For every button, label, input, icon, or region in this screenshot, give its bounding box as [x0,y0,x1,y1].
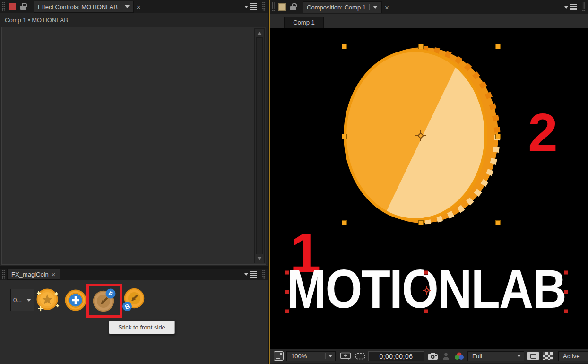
scrollbar-track[interactable] [256,37,263,254]
close-icon[interactable]: × [52,271,56,278]
magnification-dropdown[interactable]: 100% [286,351,336,361]
lock-icon[interactable] [290,6,296,10]
selection-handle[interactable] [564,309,568,313]
tab-fx-magicoin[interactable]: FX_magiCoin × [7,269,60,280]
always-preview-toggle[interactable] [274,351,284,361]
grid-guides-button[interactable] [340,352,351,360]
effect-controls-content [1,27,266,265]
magnification-value: 100% [287,353,325,360]
stick-to-back-button[interactable]: B [121,287,145,312]
composition-tabstrip: Composition: Comp 1 × [270,0,588,14]
selection-handle[interactable] [495,134,501,139]
chevron-down-icon [26,299,31,302]
effect-controls-panel: Effect Controls: MOTIONLAB × Comp 1 • MO… [0,0,268,266]
mask-visibility-button[interactable] [355,353,365,360]
selection-handle[interactable] [418,44,424,49]
scroll-up-icon[interactable] [257,32,262,35]
scroll-down-icon[interactable] [257,257,262,260]
magic-coin-button[interactable] [35,286,61,313]
selection-handle[interactable] [564,270,568,275]
fx-tabstrip: FX_magiCoin × [0,269,268,280]
close-icon[interactable]: × [137,3,141,10]
tab-effect-controls[interactable]: Effect Controls: MOTIONLAB [34,1,134,13]
lock-icon[interactable] [20,6,26,10]
panel-grip-icon[interactable] [2,2,5,11]
chevron-down-icon[interactable] [329,355,332,357]
stick-to-front-button[interactable]: F [91,287,117,313]
tab-label: Effect Controls: MOTIONLAB [38,3,118,10]
snapshot-camera-icon[interactable] [427,352,438,360]
tooltip: Stick to front side [109,321,175,334]
current-time-field[interactable]: 0;00;00;06 [368,351,424,361]
tab-separator [121,3,121,10]
preset-dropdown-arrow[interactable] [24,289,34,311]
selection-handle[interactable] [495,220,501,225]
transparency-grid-button[interactable] [543,352,553,360]
panel-menu-lines [250,3,257,10]
close-icon[interactable]: × [385,4,389,11]
show-snapshot-icon[interactable] [442,352,450,360]
panel-menu-lines [570,4,577,10]
composition-panel: Composition: Comp 1 × Comp 1 [269,0,588,364]
tab-label: FX_magiCoin [11,271,49,278]
selection-handle[interactable] [285,270,289,275]
selection-handle[interactable] [424,270,428,275]
viewer-tab-row: Comp 1 [270,14,588,29]
panel-menu-triangle [244,6,248,8]
fx-magicoin-panel: FX_magiCoin × 0... [0,269,268,364]
selection-handle[interactable] [285,309,289,313]
selection-handle[interactable] [342,44,347,49]
tab-composition[interactable]: Composition: Comp 1 [303,1,382,13]
panel-grip-icon[interactable] [272,2,275,12]
chevron-down-icon[interactable] [517,355,521,357]
preset-value[interactable]: 0... [11,289,24,311]
annotation-step-2: 2 [528,106,558,159]
add-coin-button[interactable] [64,288,87,312]
text-anchor-point-icon[interactable] [422,286,432,295]
selection-handle[interactable] [285,290,289,294]
effect-controls-tabstrip: Effect Controls: MOTIONLAB × [0,0,268,13]
selection-handle[interactable] [342,134,347,139]
panel-menu-icon[interactable] [244,271,257,278]
view-layout-value: Active [559,353,588,360]
chevron-down-icon[interactable] [373,6,378,9]
dropdown-separator [325,353,326,359]
resolution-value: Full [468,353,514,360]
panel-menu-icon[interactable] [244,3,257,10]
view-layout-dropdown[interactable]: Active [558,351,588,361]
panel-grip-icon[interactable] [262,270,266,279]
selection-handle[interactable] [418,220,424,225]
selection-handle[interactable] [564,290,568,294]
region-of-interest-button[interactable] [527,352,539,360]
tab-label: Composition: Comp 1 [307,4,366,11]
tab-separator [369,4,370,10]
selection-handle[interactable] [495,44,501,49]
show-channel-icon[interactable] [454,352,465,360]
panel-menu-triangle [244,273,248,276]
selection-handle[interactable] [342,220,347,225]
scrollbar[interactable] [254,28,265,263]
fx-content: 0... [1,280,267,364]
panel-color-swatch-tan [278,3,286,11]
tab-comp-1[interactable]: Comp 1 [284,17,324,28]
panel-color-swatch-red [9,3,16,10]
panel-grip-icon[interactable] [2,270,5,279]
composition-viewer[interactable]: 1 2 MOTIONLAB [270,28,588,349]
app-root: Effect Controls: MOTIONLAB × Comp 1 • MO… [0,0,588,364]
panel-grip-icon[interactable] [582,2,586,12]
selection-handle[interactable] [424,309,428,313]
panel-menu-icon[interactable] [564,4,577,10]
panel-grip-icon[interactable] [262,2,266,11]
resolution-dropdown[interactable]: Full [467,351,524,361]
chevron-down-icon[interactable] [125,5,130,8]
panel-menu-triangle [564,6,568,9]
panel-menu-lines [250,271,257,278]
breadcrumb: Comp 1 • MOTIONLAB [5,17,68,24]
viewer-toolbar: 100% 0;00;00;06 [270,349,588,363]
preset-dropdown[interactable]: 0... [10,289,34,311]
dropdown-separator [514,353,514,359]
